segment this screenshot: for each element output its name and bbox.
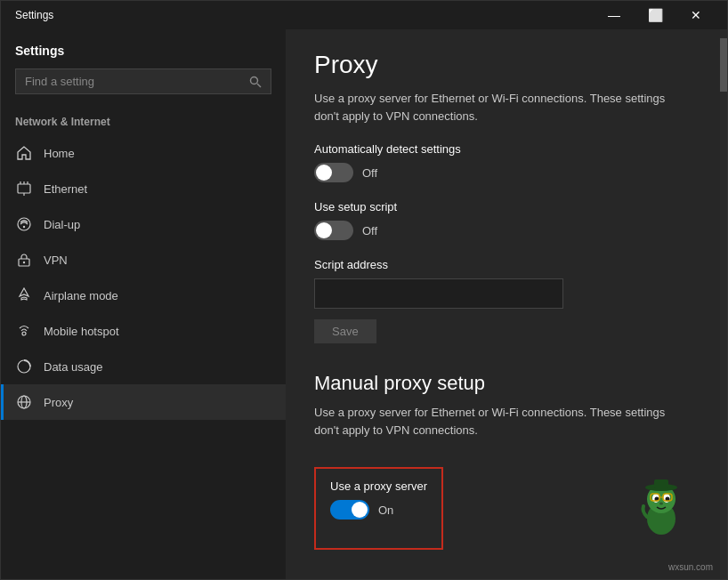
svg-rect-2 [18, 184, 30, 193]
sidebar-item-home[interactable]: Home [1, 135, 286, 171]
sidebar-nav: Home Ethernet [1, 135, 286, 579]
proxy-server-toggle[interactable] [330, 500, 369, 520]
vpn-icon [15, 251, 33, 269]
search-input[interactable] [25, 75, 249, 88]
settings-window: Settings — ⬜ ✕ Settings [0, 0, 728, 580]
mascot-image [635, 474, 688, 536]
sidebar-header: Settings [1, 29, 286, 116]
scrollbar[interactable] [720, 29, 727, 579]
nav-label-home: Home [44, 147, 75, 160]
search-icon [249, 76, 262, 88]
setup-script-row: Off [314, 221, 692, 240]
sidebar-section-label: Network & Internet [1, 116, 286, 135]
sidebar-item-proxy[interactable]: Proxy [1, 384, 286, 420]
data-icon [15, 358, 33, 375]
svg-point-7 [18, 218, 30, 230]
watermark: wxsun.com [668, 562, 713, 572]
svg-rect-19 [654, 479, 668, 488]
sidebar-item-vpn[interactable]: VPN [1, 242, 286, 278]
nav-label-ethernet: Ethernet [44, 182, 87, 196]
panel-title: Proxy [314, 51, 692, 79]
main-content: Settings Network & Internet [1, 29, 727, 579]
ethernet-icon [15, 180, 33, 197]
nav-label-airplane: Airplane mode [44, 289, 118, 302]
proxy-server-row: On [330, 500, 427, 520]
svg-point-11 [22, 332, 26, 335]
nav-label-proxy: Proxy [44, 396, 73, 409]
manual-proxy-title: Manual proxy setup [314, 372, 692, 395]
search-box[interactable] [15, 68, 271, 94]
setup-script-label: Use setup script [314, 200, 692, 213]
svg-point-27 [659, 503, 663, 505]
close-button[interactable]: ✕ [675, 1, 716, 29]
scrollbar-thumb[interactable] [720, 38, 727, 92]
sidebar-item-dialup[interactable]: Dial-up [1, 206, 286, 242]
svg-point-0 [251, 77, 258, 84]
proxy-icon [15, 393, 33, 411]
script-address-label: Script address [314, 258, 692, 271]
sidebar-item-airplane[interactable]: Airplane mode [1, 278, 286, 313]
app-title: Settings [15, 44, 271, 58]
auto-section-desc: Use a proxy server for Ethernet or Wi-Fi… [314, 90, 692, 125]
minimize-button[interactable]: — [594, 1, 635, 29]
svg-point-8 [23, 226, 25, 228]
auto-detect-row: Off [314, 163, 692, 182]
manual-proxy-desc: Use a proxy server for Ethernet or Wi-Fi… [314, 404, 692, 439]
nav-label-data: Data usage [44, 360, 103, 374]
home-icon [15, 144, 33, 162]
setup-script-toggle[interactable] [314, 221, 353, 240]
sidebar-item-hotspot[interactable]: Mobile hotspot [1, 313, 286, 349]
auto-detect-toggle[interactable] [314, 163, 353, 182]
title-bar-controls: — ⬜ ✕ [594, 1, 716, 29]
auto-detect-label: Automatically detect settings [314, 142, 692, 156]
setup-script-status: Off [362, 224, 377, 238]
main-panel: Proxy Use a proxy server for Ethernet or… [286, 29, 720, 579]
maximize-button[interactable]: ⬜ [635, 1, 675, 29]
sidebar-item-ethernet[interactable]: Ethernet [1, 171, 286, 206]
dialup-icon [15, 215, 33, 233]
nav-label-hotspot: Mobile hotspot [44, 325, 119, 338]
script-address-input[interactable] [314, 278, 563, 309]
window-title: Settings [15, 9, 53, 21]
nav-label-vpn: VPN [44, 254, 68, 267]
title-bar: Settings — ⬜ ✕ [1, 1, 727, 29]
sidebar-item-data[interactable]: Data usage [1, 349, 286, 384]
hotspot-icon [15, 322, 33, 340]
svg-point-10 [23, 262, 25, 263]
nav-label-dialup: Dial-up [44, 218, 80, 231]
svg-line-1 [257, 84, 261, 87]
sidebar: Settings Network & Internet [1, 29, 286, 579]
auto-detect-status: Off [362, 166, 377, 180]
airplane-icon [15, 286, 33, 304]
proxy-server-label: Use a proxy server [330, 479, 427, 493]
proxy-server-box: Use a proxy server On [314, 467, 443, 550]
save-button[interactable]: Save [314, 319, 376, 343]
proxy-server-status: On [378, 503, 393, 517]
